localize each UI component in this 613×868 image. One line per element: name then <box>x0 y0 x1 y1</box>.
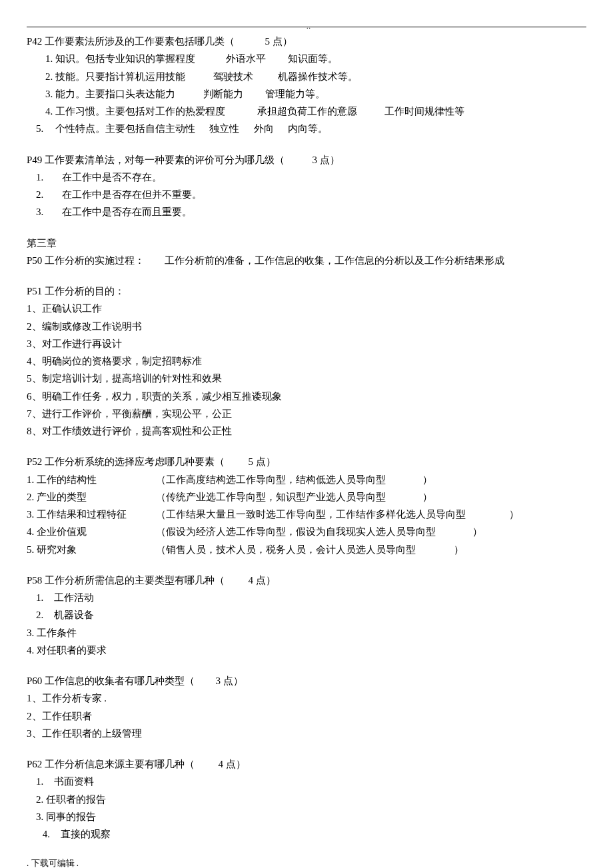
p60-title-pre: P60 工作信息的收集者有哪几种类型（ <box>27 675 195 686</box>
num: 3. <box>36 207 43 217</box>
section-p42: P42 工作要素法所涉及的工作要素包括哪几类（ 5 点） 1. 知识。包括专业知… <box>27 33 586 138</box>
p50-a: P50 工作分析的实施过程： <box>27 255 145 266</box>
header-dots: .. <box>306 21 311 33</box>
text: 管理能力等。 <box>265 89 325 99</box>
text: 机器操作技术等。 <box>278 71 358 82</box>
num: 3. <box>45 89 53 99</box>
text: 内向等。 <box>288 123 328 134</box>
p51-title: P51 工作分析的目的： <box>27 282 586 300</box>
text: 工作时间规律性等 <box>384 106 464 117</box>
p50-line: P50 工作分析的实施过程： 工作分析前的准备，工作信息的收集，工作信息的分析以… <box>27 252 586 269</box>
num: 3. <box>27 628 34 638</box>
expl: （工作结果大量且一致时选工作导向型，工作结作多样化选人员导向型 <box>156 506 466 523</box>
text: 直接的观察 <box>61 829 111 839</box>
text: 外语水平 <box>226 53 266 64</box>
text: 承担超负荷工作的意愿 <box>257 106 357 117</box>
p62-item-1: 1. 书面资料 <box>27 773 586 790</box>
p58-item-2: 2. 机器设备 <box>27 606 586 624</box>
section-p60: P60 工作信息的收集者有哪几种类型（ 3 点） 1、工作分析专家 . 2、工作… <box>27 672 586 742</box>
text: 外向 <box>254 123 274 134</box>
label: 1. 工作的结构性 <box>27 471 153 488</box>
text: 知识面等。 <box>288 53 338 64</box>
paren: ） <box>422 492 432 502</box>
p62-item-3: 3. 同事的报告 <box>27 808 586 825</box>
p51-item: 1、正确认识工作 <box>27 300 586 317</box>
text: 驾驶技术 <box>213 71 253 82</box>
p52-row-3: 3. 工作结果和过程特征 （工作结果大量且一致时选工作导向型，工作结作多样化选人… <box>27 506 586 523</box>
paren: ） <box>454 544 464 555</box>
p49-title-pre: P49 工作要素清单法，对每一种要素的评价可分为哪几级（ <box>27 155 285 165</box>
p60-item: 3、工作任职者的上级管理 <box>27 725 586 742</box>
expl: （假设为经济人选工作导向型，假设为自我现实人选人员导向型 <box>156 523 436 540</box>
section-p51: P51 工作分析的目的： 1、正确认识工作 2、编制或修改工作说明书 3、对工作… <box>27 282 586 440</box>
text: 工作习惯。主要包括对工作的热爱程度 <box>55 106 225 117</box>
text: 个性特点。主要包括自信主动性 <box>55 123 195 134</box>
p60-title: P60 工作信息的收集者有哪几种类型（ 3 点） <box>27 672 586 689</box>
section-p62: P62 工作分析信息来源主要有哪几种（ 4 点） 1. 书面资料 2. 任职者的… <box>27 755 586 843</box>
p50-b: 工作分析前的准备，工作信息的收集，工作信息的分析以及工作分析结果形成 <box>165 255 504 266</box>
expl: （销售人员，技术人员，税务人员，会计人员选人员导向型 <box>156 541 416 558</box>
num: 2. <box>36 794 43 805</box>
p58-item-4: 4. 对任职者的要求 <box>27 642 586 659</box>
text: 对任职者的要求 <box>37 645 107 655</box>
p51-item: 5、制定培训计划，提高培训的针对性和效果 <box>27 370 586 387</box>
p60-item: 2、工作任职者 <box>27 707 586 725</box>
p52-row-4: 4. 企业价值观 （假设为经济人选工作导向型，假设为自我现实人选人员导向型 ） <box>27 523 586 540</box>
paren: ） <box>509 509 519 520</box>
num: 4. <box>43 829 50 839</box>
p51-item: 8、对工作绩效进行评价，提高客观性和公正性 <box>27 422 586 440</box>
text: 任职者的报告 <box>46 794 106 805</box>
chapter-3-heading: 第三章 <box>27 234 586 252</box>
text: 能力。主要指口头表达能力 <box>55 89 175 99</box>
text: 在工作中是否存在但并不重要。 <box>62 189 202 200</box>
p62-title-pre: P62 工作分析信息来源主要有哪几种（ <box>27 759 195 769</box>
section-p49: P49 工作要素清单法，对每一种要素的评价可分为哪几级（ 3 点） 1. 在工作… <box>27 151 586 221</box>
num: 2. <box>36 610 43 620</box>
num: 3. <box>36 811 43 822</box>
p52-row-5: 5. 研究对象 （销售人员，技术人员，税务人员，会计人员选人员导向型 ） <box>27 541 586 558</box>
num: 1. <box>36 776 43 787</box>
text: 书面资料 <box>54 776 94 787</box>
text: 工作条件 <box>37 628 77 638</box>
p42-title: P42 工作要素法所涉及的工作要素包括哪几类（ 5 点） <box>27 33 586 50</box>
p42-title-pre: P42 工作要素法所涉及的工作要素包括哪几类（ <box>27 36 235 47</box>
p49-title: P49 工作要素清单法，对每一种要素的评价可分为哪几级（ 3 点） <box>27 151 586 169</box>
page-footer: . 下载可编辑 . <box>27 856 586 868</box>
label: 3. 工作结果和过程特征 <box>27 506 153 523</box>
p58-item-3: 3. 工作条件 <box>27 624 586 642</box>
p42-item-2: 2. 技能。只要指计算机运用技能 驾驶技术 机器操作技术等。 <box>27 68 586 85</box>
paren: ） <box>472 526 482 537</box>
p52-title: P52 工作分析系统的选择应考虑哪几种要素（ 5 点） <box>27 453 586 470</box>
p42-item-1: 1. 知识。包括专业知识的掌握程度 外语水平 知识面等。 <box>27 50 586 67</box>
p60-title-pts: 3 点） <box>216 675 243 686</box>
p62-item-4: 4. 直接的观察 <box>27 825 586 843</box>
p49-item-1: 1. 在工作中是否不存在。 <box>27 169 586 186</box>
text: 机器设备 <box>54 610 94 620</box>
p51-item: 4、明确岗位的资格要求，制定招聘标准 <box>27 352 586 370</box>
p42-item-3: 3. 能力。主要指口头表达能力 判断能力 管理能力等。 <box>27 85 586 103</box>
expl: （传统产业选工作导向型，知识型产业选人员导向型 <box>156 488 386 506</box>
section-p52: P52 工作分析系统的选择应考虑哪几种要素（ 5 点） 1. 工作的结构性 （工… <box>27 453 586 558</box>
p52-row-1: 1. 工作的结构性 （工作高度结构选工作导向型，结构低选人员导向型 ） <box>27 471 586 488</box>
p51-item: 3、对工作进行再设计 <box>27 335 586 352</box>
label: 2. 产业的类型 <box>27 488 153 506</box>
p49-item-2: 2. 在工作中是否存在但并不重要。 <box>27 186 586 203</box>
num: 4. <box>45 106 53 117</box>
text: 知识。包括专业知识的掌握程度 <box>55 53 195 64</box>
p52-title-pre: P52 工作分析系统的选择应考虑哪几种要素（ <box>27 456 225 467</box>
p58-item-1: 1. 工作活动 <box>27 589 586 606</box>
p60-item: 1、工作分析专家 . <box>27 689 586 707</box>
p51-item: 7、进行工作评价，平衡薪酬，实现公平，公正 <box>27 405 586 422</box>
num: 1. <box>36 172 43 183</box>
num: 2. <box>45 71 53 82</box>
p49-item-3: 3. 在工作中是否存在而且重要。 <box>27 203 586 220</box>
p58-title-pts: 4 点） <box>249 575 276 586</box>
p51-item: 2、编制或修改工作说明书 <box>27 318 586 335</box>
num: 2. <box>36 189 43 200</box>
expl: （工作高度结构选工作导向型，结构低选人员导向型 <box>156 471 386 488</box>
text: 技能。只要指计算机运用技能 <box>55 71 185 82</box>
paren: ） <box>422 474 432 485</box>
p62-item-2: 2. 任职者的报告 <box>27 791 586 808</box>
text: 在工作中是否不存在。 <box>62 172 162 183</box>
label: 4. 企业价值观 <box>27 523 153 540</box>
